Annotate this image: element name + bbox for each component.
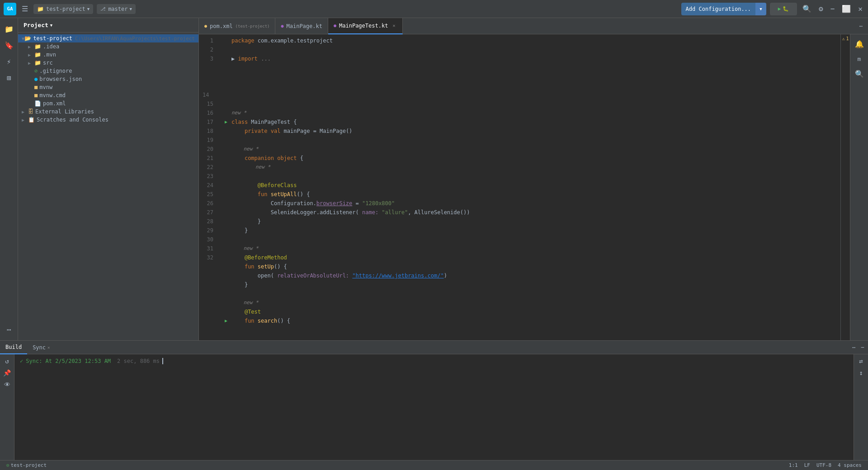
code-line-new2: new * — [221, 145, 840, 154]
run-arrow-32[interactable]: ▶ — [225, 316, 227, 325]
activity-bar: 📁 🔖 ⚡ ⊞ ⋯ — [0, 18, 18, 340]
wrap-icon[interactable]: ⇄ — [858, 356, 864, 366]
run-arrow-15[interactable]: ▶ — [225, 118, 227, 127]
tree-item-external-libraries[interactable]: ▶ 🗄 External Libraries — [18, 108, 198, 116]
notifications-icon[interactable]: 🔔 — [853, 38, 866, 50]
warning-icon: ⚠ — [842, 36, 844, 41]
code-line-31: @Test — [221, 307, 840, 316]
activity-structure-icon[interactable]: ⚡ — [2, 54, 16, 69]
eye-icon[interactable]: 👁 — [3, 380, 12, 390]
scratches-icon: 📋 — [28, 117, 35, 123]
tree-item-src[interactable]: ▶ 📁 src — [18, 59, 198, 67]
bottom-minimize-icon[interactable]: − — [861, 344, 864, 351]
code-line-20: @BeforeClass — [221, 181, 840, 190]
tree-item-scratches[interactable]: ▶ 📋 Scratches and Consoles — [18, 116, 198, 124]
search-right-icon[interactable]: 🔍 — [853, 68, 866, 80]
status-encoding[interactable]: UTF-8 — [814, 462, 834, 468]
project-selector[interactable]: 📁 test-project ▼ — [33, 4, 93, 14]
tree-item-gitignore[interactable]: ⊘ .gitignore — [18, 67, 198, 75]
settings-button[interactable]: ⚙ — [817, 3, 825, 15]
browsers-json-icon: ● — [34, 76, 38, 82]
run-icon: ▶ — [778, 6, 781, 12]
checkmark-icon: ✓ — [20, 358, 23, 364]
tab-close-icon[interactable]: ✕ — [391, 23, 397, 29]
bottom-content: ↺ 📌 👁 ✓ Sync: At 2/5/2023 12:53 AM 2 sec… — [0, 354, 868, 460]
sidebar: Project ▼ ▼ 📂 test-project C:\Users\IRFA… — [18, 18, 199, 340]
search-button[interactable]: 🔍 — [801, 3, 813, 15]
pin-icon[interactable]: 📌 — [2, 368, 12, 378]
bottom-tab-more[interactable]: ⋯ — [849, 344, 859, 351]
src-chevron-icon: ▶ — [28, 61, 34, 66]
branch-selector[interactable]: ⎇ master ▼ — [97, 4, 136, 14]
tree-item-mvnw-cmd[interactable]: ■ mvnw.cmd — [18, 91, 198, 99]
activity-more-icon[interactable]: ⋯ — [2, 322, 16, 337]
code-line-32: ▶ fun search() { — [221, 316, 840, 325]
scratches-chevron-icon: ▶ — [22, 118, 28, 122]
code-line-27: fun setUp() { — [221, 262, 840, 271]
add-config-dropdown[interactable]: ▼ — [755, 3, 766, 15]
tab-main-page-test[interactable]: ● MainPageTest.kt ✕ — [328, 18, 403, 34]
minimize-button[interactable]: − — [829, 3, 837, 15]
tab-more-button[interactable]: ⋯ — [854, 23, 868, 29]
code-line-16: private val mainPage = MainPage() — [221, 127, 840, 136]
activity-bookmarks-icon[interactable]: 🔖 — [2, 38, 16, 52]
sync-success-message: ✓ Sync: At 2/5/2023 12:53 AM 2 sec, 886 … — [20, 358, 848, 364]
code-line-22: Configuration.browserSize = "1280x800" — [221, 199, 840, 208]
code-editor[interactable]: 1 2 3 14 15 16 17 18 19 20 21 22 23 24 2… — [199, 34, 850, 340]
line-numbers: 1 2 3 14 15 16 17 18 19 20 21 22 23 24 2… — [199, 34, 217, 340]
right-bar: 🔔 m 🔍 — [850, 34, 868, 340]
code-line-25: } — [221, 226, 840, 235]
tab-main-page[interactable]: ● MainPage.kt — [275, 18, 328, 34]
bottom-tab-controls: − — [861, 344, 864, 351]
pom-xml-tab-icon: ● — [204, 24, 207, 28]
code-line-21: fun setUpAll() { — [221, 190, 840, 199]
tree-item-mvn[interactable]: ▶ 📁 .mvn — [18, 51, 198, 59]
hamburger-menu[interactable]: ☰ — [20, 3, 30, 15]
root-folder-icon: 📂 — [24, 35, 31, 42]
bottom-left-bar: ↺ 📌 👁 — [0, 354, 14, 460]
debug-icon: 🐛 — [783, 6, 789, 12]
sync-tab-close-icon[interactable]: ✕ — [47, 345, 50, 350]
maximize-button[interactable]: ⬜ — [840, 3, 853, 15]
refresh-icon[interactable]: ↺ — [4, 356, 10, 366]
activity-bar-bottom: ⋯ — [2, 322, 16, 337]
activity-plugins-icon[interactable]: ⊞ — [2, 70, 16, 85]
toolbar: GA ☰ 📁 test-project ▼ ⎇ master ▼ Add Con… — [0, 0, 868, 18]
run-button[interactable]: ▶ 🐛 — [770, 3, 797, 15]
sidebar-tree: ▼ 📂 test-project C:\Users\IRFAN\AquaProj… — [18, 33, 198, 340]
main-page-tab-icon: ● — [281, 24, 283, 28]
code-line-15: ▶ class MainPageTest { — [221, 118, 840, 127]
status-line-sep[interactable]: LF — [802, 462, 813, 468]
tree-root[interactable]: ▼ 📂 test-project C:\Users\IRFAN\AquaProj… — [18, 34, 198, 42]
activity-project-icon[interactable]: 📁 — [2, 22, 16, 36]
bottom-tab-build[interactable]: Build — [0, 341, 27, 354]
bookmark-right-icon[interactable]: m — [856, 54, 863, 64]
bottom-tabs: Build Sync ✕ ⋯ − — [0, 341, 868, 354]
code-line-29: } — [221, 280, 840, 289]
status-position[interactable]: 1:1 — [786, 462, 801, 468]
warning-gutter: ⚠ 1 — [841, 34, 850, 340]
code-content[interactable]: package com.example.testproject ▶ import… — [217, 34, 840, 340]
status-bar: ⊙ test-project 1:1 LF UTF-8 4 spaces — [0, 460, 868, 470]
close-button[interactable]: ✕ — [856, 3, 864, 15]
scroll-icon[interactable]: ↕ — [858, 368, 864, 378]
status-indent[interactable]: 4 spaces — [835, 462, 864, 468]
tab-pom-xml[interactable]: ● pom.xml (test-project) — [199, 18, 275, 34]
tree-item-pom-xml[interactable]: 📄 pom.xml — [18, 99, 198, 108]
idea-chevron-icon: ▶ — [28, 44, 34, 49]
code-line-18: companion object { — [221, 154, 840, 163]
bottom-tab-sync[interactable]: Sync ✕ — [27, 341, 55, 354]
tree-item-browsers-json[interactable]: ● browsers.json — [18, 75, 198, 83]
bottom-panel: Build Sync ✕ ⋯ − ↺ 📌 👁 ✓ Sync: At 2/5/20… — [0, 340, 868, 460]
main-layout: 📁 🔖 ⚡ ⊞ ⋯ Project ▼ ▼ 📂 test-project C:\… — [0, 18, 868, 340]
mvnw-icon: ■ — [34, 84, 38, 90]
sidebar-header[interactable]: Project ▼ — [18, 18, 198, 33]
status-project[interactable]: ⊙ test-project — [4, 462, 49, 468]
warning-badge: ⚠ 1 — [842, 36, 849, 41]
code-line-new3: new * — [221, 163, 840, 172]
add-configuration-button[interactable]: Add Configuration... ▼ — [681, 3, 767, 15]
tree-item-mvnw[interactable]: ■ mvnw — [18, 83, 198, 91]
tree-item-idea[interactable]: ▶ 📁 .idea — [18, 42, 198, 51]
src-folder-icon: 📁 — [34, 60, 41, 66]
app-logo: GA — [4, 3, 16, 15]
